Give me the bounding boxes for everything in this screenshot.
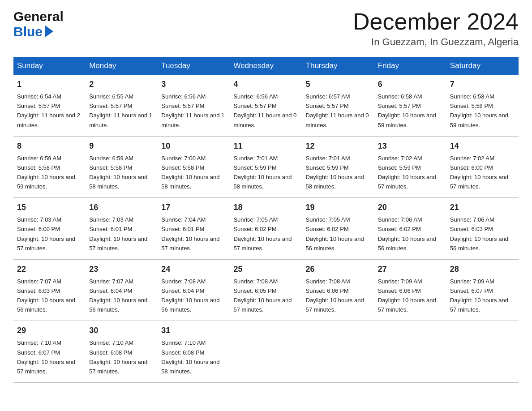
day-info: Sunrise: 6:59 AMSunset: 5:58 PMDaylight:…: [17, 155, 75, 190]
header-row: SundayMondayTuesdayWednesdayThursdayFrid…: [13, 57, 519, 75]
header-day-friday: Friday: [374, 57, 446, 75]
day-cell: 31 Sunrise: 7:10 AMSunset: 6:08 PMDaylig…: [158, 321, 230, 383]
day-number: 8: [17, 140, 82, 152]
day-info: Sunrise: 7:04 AMSunset: 6:01 PMDaylight:…: [161, 216, 219, 251]
day-number: 21: [450, 201, 515, 214]
day-info: Sunrise: 7:01 AMSunset: 5:59 PMDaylight:…: [233, 155, 292, 190]
day-info: Sunrise: 7:08 AMSunset: 6:05 PMDaylight:…: [233, 278, 292, 313]
day-number: 5: [306, 78, 371, 90]
day-info: Sunrise: 7:10 AMSunset: 6:08 PMDaylight:…: [161, 339, 219, 374]
day-cell: 10 Sunrise: 7:00 AMSunset: 5:58 PMDaylig…: [158, 136, 230, 198]
calendar-table: SundayMondayTuesdayWednesdayThursdayFrid…: [13, 57, 519, 383]
day-cell: 9 Sunrise: 6:59 AMSunset: 5:58 PMDayligh…: [86, 136, 158, 198]
day-cell: 27 Sunrise: 7:09 AMSunset: 6:06 PMDaylig…: [374, 259, 446, 321]
week-row-4: 22 Sunrise: 7:07 AMSunset: 6:03 PMDaylig…: [13, 259, 519, 321]
day-number: 10: [161, 140, 226, 152]
day-cell: 3 Sunrise: 6:56 AMSunset: 5:57 PMDayligh…: [158, 75, 230, 136]
day-cell: 19 Sunrise: 7:05 AMSunset: 6:02 PMDaylig…: [302, 198, 374, 260]
day-number: 15: [17, 201, 82, 214]
logo-line2: Blue: [13, 24, 43, 39]
day-number: 4: [233, 78, 298, 90]
day-info: Sunrise: 7:05 AMSunset: 6:02 PMDaylight:…: [306, 216, 364, 251]
day-number: 3: [161, 78, 226, 90]
day-info: Sunrise: 6:58 AMSunset: 5:58 PMDaylight:…: [450, 93, 508, 128]
day-cell: 8 Sunrise: 6:59 AMSunset: 5:58 PMDayligh…: [13, 136, 86, 198]
day-number: 14: [450, 140, 515, 152]
day-cell: [446, 321, 519, 383]
day-info: Sunrise: 7:10 AMSunset: 6:08 PMDaylight:…: [89, 339, 147, 374]
week-row-1: 1 Sunrise: 6:54 AMSunset: 5:57 PMDayligh…: [13, 75, 519, 136]
day-cell: 22 Sunrise: 7:07 AMSunset: 6:03 PMDaylig…: [13, 259, 86, 321]
day-number: 31: [161, 325, 226, 337]
day-info: Sunrise: 7:08 AMSunset: 6:04 PMDaylight:…: [161, 278, 219, 313]
day-number: 22: [17, 263, 82, 275]
day-number: 18: [233, 201, 298, 214]
day-info: Sunrise: 7:00 AMSunset: 5:58 PMDaylight:…: [161, 155, 219, 190]
header-day-monday: Monday: [86, 57, 158, 75]
day-number: 2: [89, 78, 154, 90]
day-cell: 1 Sunrise: 6:54 AMSunset: 5:57 PMDayligh…: [13, 75, 86, 136]
day-cell: 16 Sunrise: 7:03 AMSunset: 6:01 PMDaylig…: [86, 198, 158, 260]
day-info: Sunrise: 7:09 AMSunset: 6:06 PMDaylight:…: [378, 278, 436, 313]
day-cell: 26 Sunrise: 7:08 AMSunset: 6:06 PMDaylig…: [302, 259, 374, 321]
day-cell: 6 Sunrise: 6:58 AMSunset: 5:57 PMDayligh…: [374, 75, 446, 136]
day-info: Sunrise: 7:07 AMSunset: 6:03 PMDaylight:…: [17, 278, 75, 313]
day-cell: 20 Sunrise: 7:06 AMSunset: 6:02 PMDaylig…: [374, 198, 446, 260]
day-info: Sunrise: 6:54 AMSunset: 5:57 PMDaylight:…: [17, 93, 80, 128]
day-number: 20: [378, 201, 443, 214]
day-info: Sunrise: 7:02 AMSunset: 5:59 PMDaylight:…: [378, 155, 436, 190]
header-day-tuesday: Tuesday: [158, 57, 230, 75]
day-info: Sunrise: 7:09 AMSunset: 6:07 PMDaylight:…: [450, 278, 508, 313]
week-row-2: 8 Sunrise: 6:59 AMSunset: 5:58 PMDayligh…: [13, 136, 519, 198]
week-row-3: 15 Sunrise: 7:03 AMSunset: 6:00 PMDaylig…: [13, 198, 519, 260]
day-number: 7: [450, 78, 515, 90]
day-number: 27: [378, 263, 443, 275]
day-cell: 14 Sunrise: 7:02 AMSunset: 6:00 PMDaylig…: [446, 136, 519, 198]
logo-line1: General: [13, 9, 64, 24]
day-number: 28: [450, 263, 515, 275]
day-cell: 18 Sunrise: 7:05 AMSunset: 6:02 PMDaylig…: [230, 198, 302, 260]
day-info: Sunrise: 7:10 AMSunset: 6:07 PMDaylight:…: [17, 339, 75, 374]
day-cell: 13 Sunrise: 7:02 AMSunset: 5:59 PMDaylig…: [374, 136, 446, 198]
day-number: 12: [306, 140, 371, 152]
day-cell: 23 Sunrise: 7:07 AMSunset: 6:04 PMDaylig…: [86, 259, 158, 321]
week-row-5: 29 Sunrise: 7:10 AMSunset: 6:07 PMDaylig…: [13, 321, 519, 383]
day-cell: 28 Sunrise: 7:09 AMSunset: 6:07 PMDaylig…: [446, 259, 519, 321]
day-number: 9: [89, 140, 154, 152]
day-info: Sunrise: 7:02 AMSunset: 6:00 PMDaylight:…: [450, 155, 508, 190]
day-number: 23: [89, 263, 154, 275]
day-cell: 17 Sunrise: 7:04 AMSunset: 6:01 PMDaylig…: [158, 198, 230, 260]
day-cell: [230, 321, 302, 383]
day-info: Sunrise: 6:58 AMSunset: 5:57 PMDaylight:…: [378, 93, 436, 128]
day-info: Sunrise: 7:06 AMSunset: 6:03 PMDaylight:…: [450, 216, 508, 251]
day-number: 17: [161, 201, 226, 214]
month-title: December 2024: [353, 9, 519, 34]
day-cell: 30 Sunrise: 7:10 AMSunset: 6:08 PMDaylig…: [86, 321, 158, 383]
location-title: In Guezzam, In Guezzam, Algeria: [353, 36, 519, 48]
day-info: Sunrise: 6:57 AMSunset: 5:57 PMDaylight:…: [306, 93, 369, 128]
day-info: Sunrise: 7:03 AMSunset: 6:00 PMDaylight:…: [17, 216, 75, 251]
day-info: Sunrise: 7:08 AMSunset: 6:06 PMDaylight:…: [306, 278, 364, 313]
day-info: Sunrise: 6:55 AMSunset: 5:57 PMDaylight:…: [89, 93, 152, 128]
day-cell: [374, 321, 446, 383]
day-number: 16: [89, 201, 154, 214]
day-number: 26: [306, 263, 371, 275]
logo: General Blue: [13, 9, 64, 39]
day-cell: 15 Sunrise: 7:03 AMSunset: 6:00 PMDaylig…: [13, 198, 86, 260]
day-cell: [302, 321, 374, 383]
day-number: 1: [17, 78, 82, 90]
day-info: Sunrise: 7:01 AMSunset: 5:59 PMDaylight:…: [306, 155, 364, 190]
day-number: 6: [378, 78, 443, 90]
title-area: December 2024 In Guezzam, In Guezzam, Al…: [353, 9, 519, 48]
day-cell: 11 Sunrise: 7:01 AMSunset: 5:59 PMDaylig…: [230, 136, 302, 198]
day-cell: 25 Sunrise: 7:08 AMSunset: 6:05 PMDaylig…: [230, 259, 302, 321]
day-info: Sunrise: 7:06 AMSunset: 6:02 PMDaylight:…: [378, 216, 436, 251]
day-info: Sunrise: 6:56 AMSunset: 5:57 PMDaylight:…: [161, 93, 224, 128]
header-day-sunday: Sunday: [13, 57, 86, 75]
day-cell: 29 Sunrise: 7:10 AMSunset: 6:07 PMDaylig…: [13, 321, 86, 383]
day-info: Sunrise: 6:56 AMSunset: 5:57 PMDaylight:…: [233, 93, 296, 128]
day-cell: 24 Sunrise: 7:08 AMSunset: 6:04 PMDaylig…: [158, 259, 230, 321]
day-info: Sunrise: 6:59 AMSunset: 5:58 PMDaylight:…: [89, 155, 147, 190]
day-cell: 2 Sunrise: 6:55 AMSunset: 5:57 PMDayligh…: [86, 75, 158, 136]
day-number: 24: [161, 263, 226, 275]
